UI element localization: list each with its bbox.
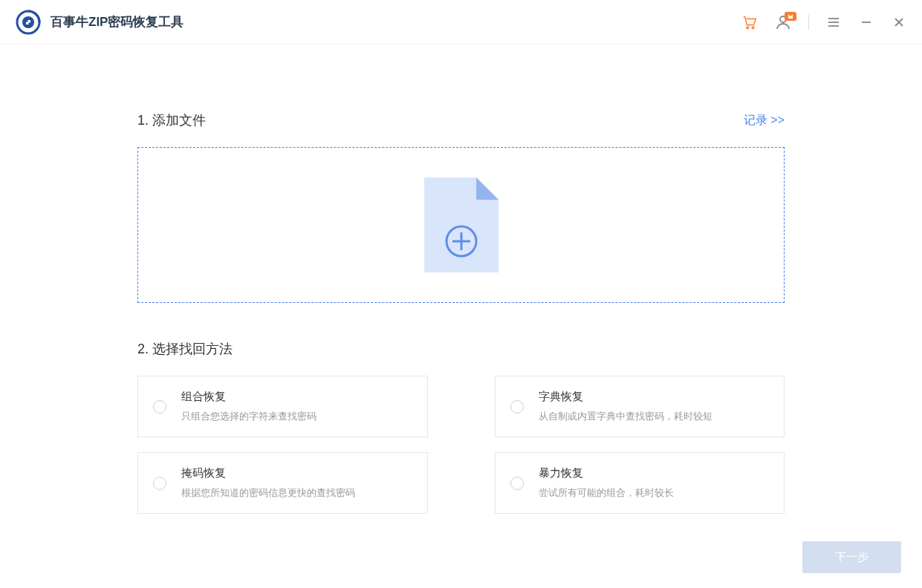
method-combination[interactable]: 组合恢复 只组合您选择的字符来查找密码 <box>137 376 428 437</box>
minimize-icon[interactable] <box>858 14 874 30</box>
add-file-icon <box>424 177 499 272</box>
method-mask[interactable]: 掩码恢复 根据您所知道的密码信息更快的查找密码 <box>137 452 428 514</box>
method-title: 组合恢复 <box>181 390 316 404</box>
app-logo <box>15 9 42 36</box>
radio-icon <box>510 477 524 490</box>
svg-rect-3 <box>26 20 28 22</box>
svg-rect-4 <box>29 22 31 24</box>
cart-icon[interactable] <box>741 14 758 30</box>
app-title: 百事牛ZIP密码恢复工具 <box>51 13 184 30</box>
methods-grid: 组合恢复 只组合您选择的字符来查找密码 字典恢复 从自制或内置字典中查找密码，耗… <box>137 376 785 514</box>
menu-icon[interactable] <box>825 14 842 30</box>
method-dictionary[interactable]: 字典恢复 从自制或内置字典中查找密码，耗时较短 <box>495 376 785 437</box>
method-title: 暴力恢复 <box>539 466 674 480</box>
footer: 下一步 <box>802 541 901 573</box>
svg-point-6 <box>752 26 754 28</box>
section1-header: 1. 添加文件 记录 >> <box>137 111 785 129</box>
method-desc: 根据您所知道的密码信息更快的查找密码 <box>181 486 355 500</box>
file-dropzone[interactable] <box>137 147 785 303</box>
divider <box>808 15 809 30</box>
method-desc: 只组合您选择的字符来查找密码 <box>181 410 316 423</box>
titlebar-left: 百事牛ZIP密码恢复工具 <box>15 9 184 36</box>
section1-title: 1. 添加文件 <box>137 111 206 129</box>
method-bruteforce[interactable]: 暴力恢复 尝试所有可能的组合，耗时较长 <box>495 452 785 514</box>
section2-title: 2. 选择找回方法 <box>137 340 785 358</box>
method-title: 字典恢复 <box>539 390 712 404</box>
radio-icon <box>510 400 524 414</box>
titlebar: 百事牛ZIP密码恢复工具 <box>0 0 922 45</box>
radio-icon <box>153 400 166 414</box>
account-badge-icon <box>785 12 796 21</box>
close-icon[interactable] <box>891 14 907 30</box>
next-button[interactable]: 下一步 <box>802 541 901 573</box>
method-desc: 尝试所有可能的组合，耗时较长 <box>539 486 674 500</box>
method-desc: 从自制或内置字典中查找密码，耗时较短 <box>539 410 712 423</box>
account-icon[interactable] <box>774 13 792 31</box>
svg-point-5 <box>747 26 749 28</box>
radio-icon <box>153 477 166 490</box>
records-link[interactable]: 记录 >> <box>744 113 785 128</box>
main-content: 1. 添加文件 记录 >> 2. 选择找回方法 组合恢复 只组合您选择的字符来查… <box>0 45 922 514</box>
titlebar-right <box>741 13 907 31</box>
method-title: 掩码恢复 <box>181 466 355 480</box>
